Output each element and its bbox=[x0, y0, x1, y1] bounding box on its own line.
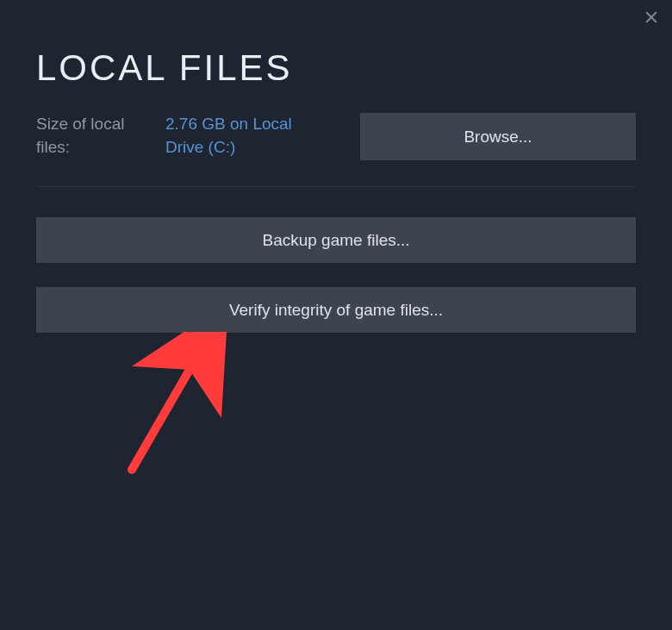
svg-line-3 bbox=[132, 347, 202, 470]
divider bbox=[36, 186, 636, 187]
size-value: 2.76 GB on Local Drive (C:) bbox=[165, 113, 343, 159]
size-label: Size of local files: bbox=[36, 113, 148, 159]
close-icon bbox=[644, 10, 658, 24]
close-button[interactable] bbox=[639, 5, 663, 29]
verify-button[interactable]: Verify integrity of game files... bbox=[36, 287, 636, 333]
annotation-arrow bbox=[116, 332, 237, 487]
backup-button[interactable]: Backup game files... bbox=[36, 217, 636, 263]
browse-button[interactable]: Browse... bbox=[360, 113, 636, 160]
page-title: LOCAL FILES bbox=[36, 47, 636, 89]
